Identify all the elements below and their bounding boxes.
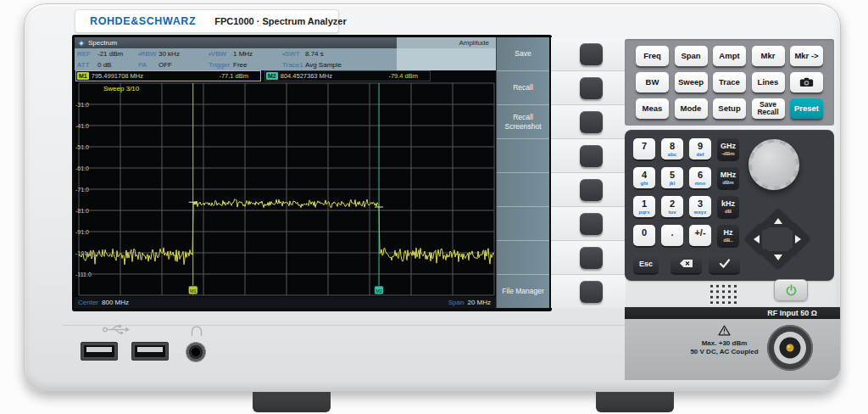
usb-port-slot xyxy=(84,345,114,357)
param-rbw: •RBW30 kHz xyxy=(136,50,206,58)
key-mkr[interactable]: Mkr -> xyxy=(790,46,823,66)
key-preset[interactable]: Preset xyxy=(790,98,823,119)
control-key-row: Esc xyxy=(633,254,740,273)
key-freq[interactable]: Freq xyxy=(636,46,669,66)
key-meas[interactable]: Meas xyxy=(636,98,669,119)
key-trace[interactable]: Trace xyxy=(713,72,746,92)
screen: Spectrum Amplitude REF-21 dBm •RBW30 kHz… xyxy=(72,35,552,311)
power-button[interactable] xyxy=(774,279,808,301)
key-8[interactable]: 8abc xyxy=(661,138,683,159)
softkey-label-empty-7 xyxy=(497,241,549,275)
warning-line-1: Max. +30 dBm xyxy=(684,339,765,348)
key-4[interactable]: 4ghi xyxy=(633,167,655,188)
esc-key[interactable]: Esc xyxy=(633,254,659,273)
marker-readout-m2: M2 804.4527363 MHz -79.4 dBm xyxy=(264,70,431,81)
param-ref: REF-21 dBm xyxy=(75,50,136,58)
usb-icon xyxy=(102,322,131,337)
warning-triangle-icon xyxy=(718,325,731,336)
app-title: Spectrum xyxy=(88,39,117,47)
sweep-counter: Sweep 3/10 xyxy=(103,85,139,92)
softkey-label-recall[interactable]: Recall xyxy=(497,71,549,105)
arrow-up-key[interactable] xyxy=(763,213,793,227)
key-mkr[interactable]: Mkr xyxy=(752,46,785,66)
y-axis-tick-label: -51.0 xyxy=(75,144,89,150)
softkey-button-cell xyxy=(551,105,626,139)
key-ghz[interactable]: GHz-dBm xyxy=(717,138,739,159)
spectrum-graph: M1M2 -31.0-41.0-51.0-61.0-71.0-81.0-91.0… xyxy=(75,81,496,297)
parameter-row: REF-21 dBm •RBW30 kHz •VBW1 MHz •SWT8.74… xyxy=(75,48,397,59)
softkey-label-save[interactable]: Save xyxy=(497,37,549,71)
key-7[interactable]: 7 xyxy=(633,138,655,159)
marker-readout-m1: M1 795.4991708 MHz -77.1 dBm xyxy=(75,70,261,81)
key-span[interactable]: Span xyxy=(675,46,708,66)
param-swt: •SWT8.74 s xyxy=(280,50,397,58)
key-khz[interactable]: kHzdB xyxy=(717,196,739,217)
param-trigger: TriggerFree xyxy=(206,61,280,69)
parameter-bar: REF-21 dBm •RBW30 kHz •VBW1 MHz •SWT8.74… xyxy=(75,48,397,70)
menu-title: Amplitude xyxy=(397,37,496,48)
softkey-button-5[interactable] xyxy=(580,179,603,201)
arrow-left-key[interactable] xyxy=(748,226,762,253)
keypad-panel: 78abc9defGHz-dBm4ghi5jkl6mnoMHzdBm1pqrs2… xyxy=(625,130,834,281)
softkey-label-recall-screenshot[interactable]: Recall Screenshot xyxy=(497,105,549,139)
speaker-grille xyxy=(709,283,738,304)
key-bw[interactable]: BW xyxy=(636,72,669,92)
function-key-row: FreqSpanAmptMkrMkr -> xyxy=(636,46,823,66)
model-name: FPC1000 · Spectrum Analyzer xyxy=(214,16,347,26)
softkey-button-4[interactable] xyxy=(580,145,603,167)
key-screenshot-camera[interactable] xyxy=(790,72,823,92)
softkey-button-7[interactable] xyxy=(580,247,603,269)
key-mhz[interactable]: MHzdBm xyxy=(717,167,739,188)
key-6[interactable]: 6mno xyxy=(689,167,711,188)
key-lines[interactable]: Lines xyxy=(752,72,785,92)
key-setup[interactable]: Setup xyxy=(713,98,746,119)
softkey-button-cell xyxy=(551,173,626,207)
key-0[interactable]: 0 xyxy=(633,225,655,246)
key-3[interactable]: 3wxyz xyxy=(689,196,711,217)
key-hz[interactable]: HzdB.. xyxy=(717,225,739,246)
key-[interactable]: +/- xyxy=(689,225,711,246)
softkey-label-file-manager[interactable]: File Manager xyxy=(497,275,549,308)
key-[interactable]: . xyxy=(661,225,683,246)
backspace-key[interactable] xyxy=(670,254,702,273)
softkey-button-8[interactable] xyxy=(580,281,603,303)
marker2-chip: M2 xyxy=(266,72,278,80)
key-sweep[interactable]: Sweep xyxy=(675,72,708,92)
softkey-button-cell xyxy=(551,207,626,241)
softkey-button-2[interactable] xyxy=(580,77,603,99)
key-5[interactable]: 5jkl xyxy=(661,167,683,188)
brand-plate: ROHDE&SCHWARZ FPC1000 · Spectrum Analyze… xyxy=(75,9,339,33)
key-9[interactable]: 9def xyxy=(689,138,711,159)
param-trace: Trace1Avg Sample xyxy=(280,61,397,69)
key-1[interactable]: 1pqrs xyxy=(633,196,655,217)
softkey-label-empty-5 xyxy=(497,173,549,207)
arrow-down-key[interactable] xyxy=(763,251,793,266)
softkey-button-cell xyxy=(551,275,626,308)
marker2-frequency: 804.4527363 MHz xyxy=(281,72,332,80)
chassis-seam xyxy=(63,325,648,326)
key-save-recall[interactable]: Save Recall xyxy=(752,98,785,119)
svg-text:M2: M2 xyxy=(376,288,382,294)
softkey-button-1[interactable] xyxy=(580,43,603,65)
navigation-arrow-pad xyxy=(739,207,815,271)
softkey-button-6[interactable] xyxy=(580,213,603,235)
rf-input-strip: RF Input 50 Ω xyxy=(625,307,840,319)
arrow-right-key[interactable] xyxy=(793,226,806,253)
usb-port-slot xyxy=(135,345,165,357)
softkey-button-column xyxy=(551,37,626,308)
screen-content: Spectrum Amplitude REF-21 dBm •RBW30 kHz… xyxy=(75,37,549,308)
rotary-knob-face xyxy=(752,143,796,187)
marker2-level: -79.4 dBm xyxy=(388,72,430,80)
center-label: Center xyxy=(78,299,98,306)
numeric-keypad: 78abc9defGHz-dBm4ghi5jkl6mnoMHzdBm1pqrs2… xyxy=(633,138,739,246)
key-ampt[interactable]: Ampt xyxy=(713,46,746,66)
softkey-button-3[interactable] xyxy=(580,111,603,133)
key-2[interactable]: 2tuv xyxy=(661,196,683,217)
usb-port-1 xyxy=(81,342,118,361)
rotary-knob[interactable] xyxy=(748,139,799,190)
fpc1000-front-panel: ROHDE&SCHWARZ FPC1000 · Spectrum Analyze… xyxy=(0,0,868,414)
y-axis-tick-label: -111.0 xyxy=(75,271,92,277)
enter-key[interactable] xyxy=(709,254,740,273)
key-mode[interactable]: Mode xyxy=(675,98,708,119)
span-value: 20 MHz xyxy=(467,299,491,306)
